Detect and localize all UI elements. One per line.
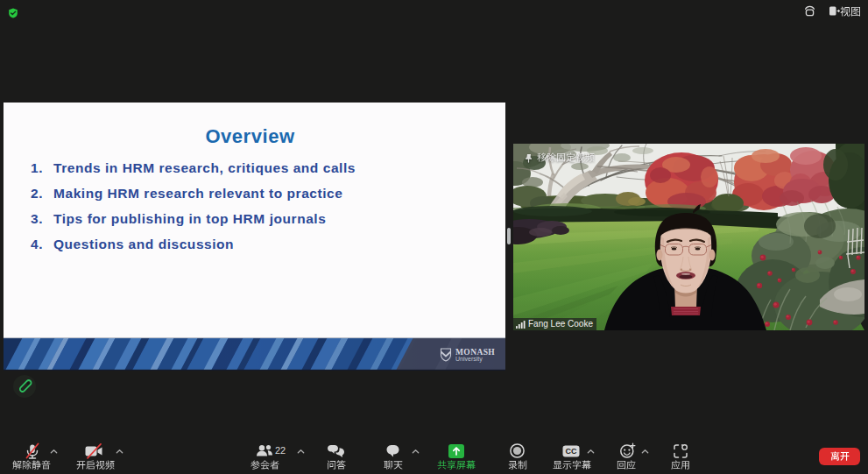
svg-text:University: University <box>455 356 483 363</box>
svg-text:CC: CC <box>566 447 577 456</box>
